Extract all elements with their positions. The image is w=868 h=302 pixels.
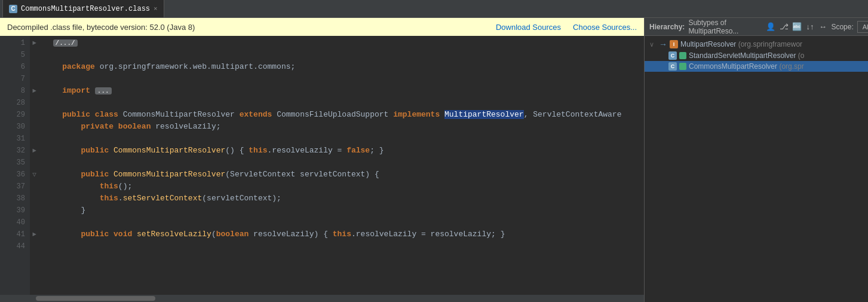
fold-marker-6 (30, 61, 39, 73)
editor-tab[interactable]: C CommonsMultipartResolver.class × (2, 0, 164, 17)
scope-label: Scope: (831, 23, 853, 31)
fold-marker-31 (30, 133, 39, 145)
code-line-36: public CommonsMultipartResolver(ServletC… (39, 169, 644, 181)
tree-item-commons-multipart[interactable]: C CommonsMultipartResolver (org.spr (645, 61, 868, 72)
tab-close-button[interactable]: × (154, 5, 158, 13)
hierarchy-subtitle: Subtypes of MultipartReso... (688, 19, 759, 35)
code-line-29: public class CommonsMultipartResolver ex… (39, 109, 644, 121)
fold-marker-41[interactable]: ► (30, 228, 39, 240)
code-line-5 (39, 49, 644, 61)
tree-item-standard-servlet[interactable]: C StandardServletMultipartResolver (o (645, 50, 868, 61)
fold-marker-39 (30, 205, 39, 216)
code-line-1: /.../ (39, 37, 644, 49)
code-line-40 (39, 216, 644, 228)
fold-marker-32[interactable]: ► (30, 145, 39, 157)
fold-marker-5 (30, 49, 39, 61)
navigate-arrow-1: → (659, 39, 667, 49)
hierarchy-btn-person[interactable]: 👤 (766, 21, 775, 33)
hierarchy-header: Hierarchy: Subtypes of MultipartReso... … (645, 18, 868, 36)
code-line-44 (39, 240, 644, 252)
class-icon-3: C (668, 62, 677, 71)
code-line-28 (39, 97, 644, 109)
tab-label: CommonsMultipartResolver.class (21, 5, 150, 13)
code-line-30: private boolean resolveLazily; (39, 121, 644, 133)
tree-arrow-1: ∨ (649, 41, 657, 48)
download-sources-link[interactable]: Download Sources (496, 23, 561, 32)
hierarchy-btn-branch[interactable]: ⎇ (779, 21, 789, 33)
hierarchy-btn-alpha[interactable]: 🔤 (792, 21, 802, 33)
fold-marker-29 (30, 109, 39, 121)
code-line-31 (39, 133, 644, 145)
code-line-6: package org.springframework.web.multipar… (39, 61, 644, 73)
tree-label-standard-servlet: StandardServletMultipartResolver (o (689, 51, 804, 60)
class-icon-2: C (668, 51, 677, 60)
fold-marker-1[interactable]: ► (30, 37, 39, 49)
fold-marker-7 (30, 73, 39, 85)
code-line-35 (39, 157, 644, 169)
hierarchy-btn-sort-down[interactable]: ↓↑ (805, 21, 815, 33)
choose-sources-link[interactable]: Choose Sources... (573, 23, 637, 32)
code-line-32: public CommonsMultipartResolver() { this… (39, 145, 644, 157)
code-line-8: import ... (39, 85, 644, 97)
hierarchy-title: Hierarchy: (649, 23, 685, 31)
code-content[interactable]: /.../ package org.springframework.web.mu… (39, 36, 644, 295)
main-container: Decompiled .class file, bytecode version… (0, 18, 868, 302)
fold-marker-36[interactable]: ▽ (30, 169, 39, 181)
fold-marker-28 (30, 97, 39, 109)
notice-text: Decompiled .class file, bytecode version… (7, 23, 484, 32)
code-line-37: this(); (39, 181, 644, 193)
hierarchy-btn-sort-h[interactable]: ↔ (818, 21, 828, 33)
fold-marker-35 (30, 157, 39, 169)
editor-panel: Decompiled .class file, bytecode version… (0, 18, 644, 302)
fold-marker-30 (30, 121, 39, 133)
fold-marker-44 (30, 240, 39, 252)
line-numbers: 1 5 6 7 8 28 29 30 31 32 35 36 37 38 39 … (0, 36, 30, 295)
code-line-39: } (39, 205, 644, 216)
fold-marker-38 (30, 193, 39, 205)
tree-arrow-3 (659, 63, 666, 70)
horizontal-scrollbar[interactable] (0, 295, 644, 302)
code-line-41: public void setResolveLazily(boolean res… (39, 228, 644, 240)
scroll-thumb[interactable] (36, 296, 155, 301)
tree-label-commons-multipart: CommonsMultipartResolver (org.spr (689, 62, 804, 71)
tab-bar: C CommonsMultipartResolver.class × (0, 0, 868, 18)
code-line-38: this.setServletContext(servletContext); (39, 193, 644, 205)
tree-item-multipart-resolver[interactable]: ∨ → I MultipartResolver (org.springframe… (645, 38, 868, 50)
notice-bar: Decompiled .class file, bytecode version… (0, 18, 644, 36)
scope-select[interactable]: All (857, 21, 868, 33)
code-area: 1 5 6 7 8 28 29 30 31 32 35 36 37 38 39 … (0, 36, 644, 295)
fold-marker-37 (30, 181, 39, 193)
fold-marker-40 (30, 216, 39, 228)
tree-label-multipart-resolver: MultipartResolver (org.springframewor (680, 40, 802, 48)
code-line-7 (39, 73, 644, 85)
fold-marker-8[interactable]: ► (30, 85, 39, 97)
fold-gutter: ► ► ► ▽ ► (30, 36, 39, 295)
tree-arrow-2 (659, 52, 666, 59)
hierarchy-panel: Hierarchy: Subtypes of MultipartReso... … (644, 18, 868, 302)
interface-icon-1: I (670, 40, 678, 48)
hierarchy-tree: ∨ → I MultipartResolver (org.springframe… (645, 36, 868, 302)
tab-class-icon: C (9, 5, 17, 13)
